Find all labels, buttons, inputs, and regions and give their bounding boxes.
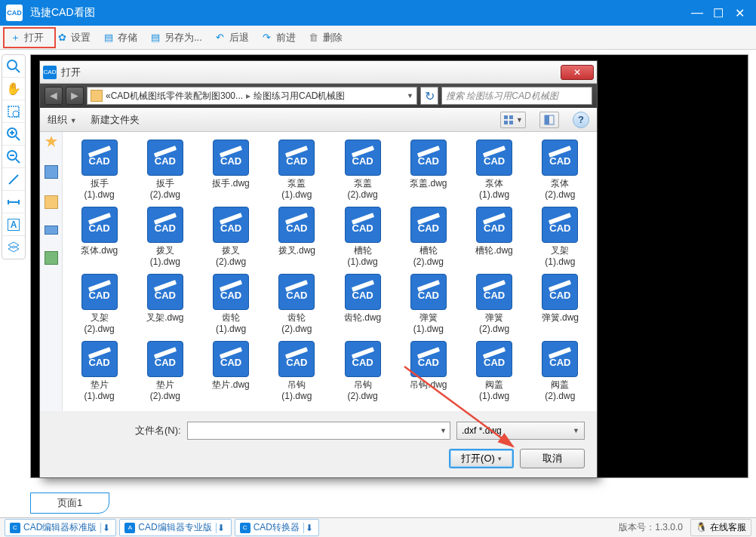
zoom-in-tool[interactable] [2, 123, 25, 146]
file-item[interactable]: CAD泵体.dwg [67, 207, 131, 269]
organize-label: 组织 [48, 114, 67, 125]
folder-place-icon[interactable] [45, 195, 58, 209]
folder-icon [91, 90, 103, 102]
file-item[interactable]: CAD弹簧(2).dwg [463, 274, 527, 336]
pan-tool[interactable]: ✋ [2, 78, 25, 100]
file-item[interactable]: CAD拨叉.dwg [265, 207, 329, 269]
svg-point-0 [8, 60, 17, 69]
measure-ruler-tool[interactable] [2, 191, 25, 213]
tab-page1[interactable]: 页面1 [30, 493, 109, 514]
breadcrumb[interactable]: « CAD机械图纸零件装配制图300... ▸ 绘图练习用CAD机械图 ▼ [87, 87, 417, 105]
file-item[interactable]: CAD叉架.dwg [133, 274, 197, 336]
dialog-close-button[interactable]: ✕ [561, 65, 594, 80]
view-mode-button[interactable]: ▼ [500, 112, 526, 128]
cad-file-icon: CAD [147, 140, 183, 176]
save-icon: ▤ [103, 32, 115, 44]
zoom-out-tool[interactable] [2, 146, 25, 168]
zoom-rect-tool[interactable] [2, 100, 25, 123]
delete-label: 删除 [323, 31, 343, 44]
text-tool[interactable]: A [2, 213, 25, 236]
nav-back-button[interactable]: ◄ [45, 87, 63, 105]
layers-tool[interactable] [2, 236, 25, 259]
file-item[interactable]: CAD拨叉(1).dwg [133, 207, 197, 269]
forward-button[interactable]: ↷前进 [255, 27, 302, 48]
file-item[interactable]: CAD叉架(2).dwg [67, 274, 131, 336]
file-item[interactable]: CAD吊钩(1).dwg [265, 341, 329, 404]
breadcrumb-seg1[interactable]: CAD机械图纸零件装配制图300... [111, 90, 243, 103]
link-label: CAD编辑器标准版 [23, 521, 97, 534]
file-item[interactable]: CAD扳手.dwg [199, 140, 263, 202]
svg-rect-22 [504, 121, 508, 124]
file-name: 拨叉.dwg [278, 245, 315, 256]
file-item[interactable]: CAD垫片.dwg [199, 341, 263, 404]
file-item[interactable]: CAD阀盖(1).dwg [463, 341, 527, 404]
file-item[interactable]: CAD泵体(1).dwg [463, 140, 527, 202]
cad-icon: C [10, 523, 20, 533]
file-item[interactable]: CAD槽轮(2).dwg [396, 207, 460, 269]
desktop-icon[interactable] [45, 165, 58, 179]
file-name: 阀盖(2).dwg [545, 379, 575, 402]
file-item[interactable]: CAD泵盖(1).dwg [265, 140, 329, 202]
svg-marker-15 [8, 242, 19, 248]
filename-input[interactable]: ▼ [187, 422, 450, 440]
save-button[interactable]: ▤存储 [97, 27, 143, 48]
file-name: 叉架(1).dwg [545, 245, 575, 268]
zoom-window-tool[interactable] [2, 55, 25, 78]
link-converter[interactable]: CCAD转换器⬇ [235, 519, 319, 536]
file-item[interactable]: CAD扳手(1).dwg [67, 140, 131, 202]
minimize-button[interactable]: — [687, 2, 708, 23]
open-dialog: CAD 打开 ✕ ◄ ► « CAD机械图纸零件装配制图300... ▸ 绘图练… [39, 60, 598, 478]
file-item[interactable]: CAD齿轮.dwg [330, 274, 395, 336]
close-button[interactable]: ✕ [729, 2, 750, 23]
file-item[interactable]: CAD叉架(1).dwg [528, 207, 592, 269]
open-confirm-button[interactable]: 打开(O) ▾ [449, 449, 514, 468]
file-item[interactable]: CAD齿轮(1).dwg [199, 274, 263, 336]
delete-button[interactable]: 🗑删除 [302, 27, 349, 48]
file-item[interactable]: CAD泵盖.dwg [396, 140, 460, 202]
settings-button[interactable]: ✿设置 [50, 27, 97, 48]
preview-pane-button[interactable] [539, 112, 559, 128]
file-item[interactable]: CAD吊钩(2).dwg [330, 341, 395, 404]
organize-menu[interactable]: 组织 ▼ [48, 113, 77, 127]
file-item[interactable]: CAD垫片(2).dwg [133, 341, 197, 404]
link-editor-pro[interactable]: ACAD编辑器专业版⬇ [119, 519, 231, 536]
file-item[interactable]: CAD拨叉(2).dwg [199, 207, 263, 269]
nav-forward-button[interactable]: ► [66, 87, 84, 105]
help-button[interactable]: ? [573, 112, 589, 128]
file-item[interactable]: CAD泵盖(2).dwg [330, 140, 395, 202]
measure-line-tool[interactable] [2, 168, 25, 191]
chevron-down-icon[interactable]: ▼ [407, 92, 413, 100]
online-support-button[interactable]: 🐧在线客服 [690, 519, 751, 536]
file-item[interactable]: CAD阀盖(2).dwg [528, 341, 592, 404]
refresh-button[interactable]: ↻ [420, 87, 438, 105]
cad-file-icon: CAD [476, 140, 512, 176]
file-name: 扳手(2).dwg [150, 178, 180, 201]
file-grid[interactable]: CAD扳手(1).dwgCAD扳手(2).dwgCAD扳手.dwgCAD泵盖(1… [63, 132, 597, 411]
file-item[interactable]: CAD弹簧(1).dwg [396, 274, 460, 336]
cad-file-icon: CAD [542, 140, 578, 176]
new-folder-button[interactable]: 新建文件夹 [91, 113, 140, 127]
file-item[interactable]: CAD泵体(2).dwg [528, 140, 592, 202]
file-item[interactable]: CAD扳手(2).dwg [133, 140, 197, 202]
favorites-icon[interactable] [45, 135, 58, 149]
file-name: 阀盖(1).dwg [479, 379, 509, 402]
file-item[interactable]: CAD吊钩.dwg [396, 341, 460, 404]
back-button[interactable]: ↶后退 [208, 27, 255, 48]
cancel-button[interactable]: 取消 [520, 449, 585, 468]
search-input[interactable]: 搜索 绘图练习用CAD机械图 [441, 87, 592, 105]
maximize-button[interactable]: ☐ [708, 2, 729, 23]
cad-file-icon: CAD [147, 274, 183, 310]
filetype-select[interactable]: .dxf *.dwg▼ [456, 422, 585, 440]
link-editor-std[interactable]: CCAD编辑器标准版⬇ [5, 519, 116, 536]
saveas-button[interactable]: ▤另存为... [143, 27, 208, 48]
dialog-titlebar[interactable]: CAD 打开 ✕ [40, 61, 597, 84]
pictures-icon[interactable] [45, 251, 58, 265]
file-item[interactable]: CAD齿轮(2).dwg [265, 274, 329, 336]
file-item[interactable]: CAD弹簧.dwg [528, 274, 592, 336]
breadcrumb-seg2[interactable]: 绘图练习用CAD机械图 [254, 90, 345, 103]
computer-icon[interactable] [45, 226, 58, 235]
open-button[interactable]: ＋打开 [3, 27, 50, 48]
file-item[interactable]: CAD槽轮(1).dwg [330, 207, 395, 269]
file-item[interactable]: CAD槽轮.dwg [463, 207, 527, 269]
file-item[interactable]: CAD垫片(1).dwg [67, 341, 131, 404]
